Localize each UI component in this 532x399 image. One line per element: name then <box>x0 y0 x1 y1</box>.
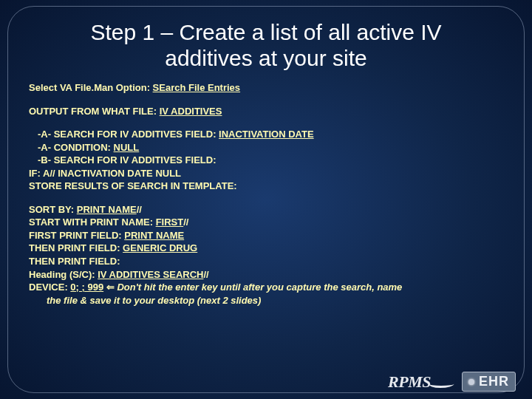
line-heading: Heading (S/C): IV ADDITIVES SEARCH// <box>29 268 503 282</box>
line-then-field-1: THEN PRINT FIELD: GENERIC DRUG <box>29 242 503 255</box>
text: // <box>203 269 208 280</box>
text: FIRST PRINT FIELD: <box>29 230 124 241</box>
footer-logos: RPMS EHR <box>388 372 516 392</box>
title-line-1: Step 1 – Create a list of all active IV <box>90 20 441 44</box>
line-then-field-2: THEN PRINT FIELD: <box>29 255 503 268</box>
title-line-2: additives at your site <box>165 46 366 70</box>
line-store: STORE RESULTS OF SEARCH IN TEMPLATE: <box>29 180 503 193</box>
text: SORT BY: <box>29 204 77 215</box>
underlined-value: FIRST <box>156 216 184 228</box>
underlined-value: GENERIC DRUG <box>123 242 197 253</box>
dot-icon <box>468 379 474 385</box>
text: -A- SEARCH FOR IV ADDITIVES FIELD: <box>38 129 219 140</box>
text: THEN PRINT FIELD: <box>29 242 123 253</box>
ehr-text: EHR <box>479 374 509 389</box>
line-start: START WITH PRINT NAME: FIRST// <box>29 216 503 229</box>
text: START WITH PRINT NAME: <box>29 216 156 228</box>
text: // <box>183 216 188 228</box>
underlined-value: IV ADDITIVES SEARCH <box>98 269 203 280</box>
underlined-value: PRINT NAME <box>77 204 137 215</box>
underlined-value: 0; ; 999 <box>70 282 103 293</box>
text: // <box>137 204 142 215</box>
text: DEVICE: <box>29 282 70 293</box>
text: OUTPUT FROM WHAT FILE: <box>29 106 160 117</box>
line-device: DEVICE: 0; ; 999 ⇐ Don't hit the enter k… <box>29 281 503 294</box>
slide-body: Select VA File.Man Option: SEarch File E… <box>29 81 503 307</box>
ehr-badge: EHR <box>462 372 516 392</box>
underlined-value: NULL <box>114 142 140 153</box>
rpms-logo: RPMS <box>388 372 454 392</box>
rpms-text: RPMS <box>388 372 431 392</box>
slide-frame: Step 1 – Create a list of all active IV … <box>7 6 525 393</box>
device-note-2: the file & save it to your desktop (next… <box>29 294 503 307</box>
line-a-field: -A- SEARCH FOR IV ADDITIVES FIELD: INACT… <box>29 128 503 141</box>
text: -A- CONDITION: <box>38 142 114 153</box>
slide-title: Step 1 – Create a list of all active IV … <box>29 20 503 71</box>
underlined-value: SEarch File Entries <box>153 82 241 93</box>
line-sort: SORT BY: PRINT NAME// <box>29 203 503 216</box>
line-a-condition: -A- CONDITION: NULL <box>29 141 503 154</box>
underlined-value: PRINT NAME <box>124 230 184 241</box>
line-b-field: -B- SEARCH FOR IV ADDITIVES FIELD: <box>29 154 503 167</box>
underlined-value: IV ADDITIVES <box>160 106 222 117</box>
text: Select VA File.Man Option: <box>29 82 153 93</box>
line-output: OUTPUT FROM WHAT FILE: IV ADDITIVES <box>29 105 503 118</box>
line-first-field: FIRST PRINT FIELD: PRINT NAME <box>29 229 503 242</box>
line-if: IF: A// INACTIVATION DATE NULL <box>29 167 503 180</box>
line-select: Select VA File.Man Option: SEarch File E… <box>29 81 503 95</box>
device-note-1: Don't hit the enter key until after you … <box>115 282 403 293</box>
arrow-left-icon: ⇐ <box>106 282 115 293</box>
underlined-value: INACTIVATION DATE <box>219 129 314 140</box>
text: Heading (S/C): <box>29 269 98 280</box>
swoosh-icon <box>429 377 454 387</box>
